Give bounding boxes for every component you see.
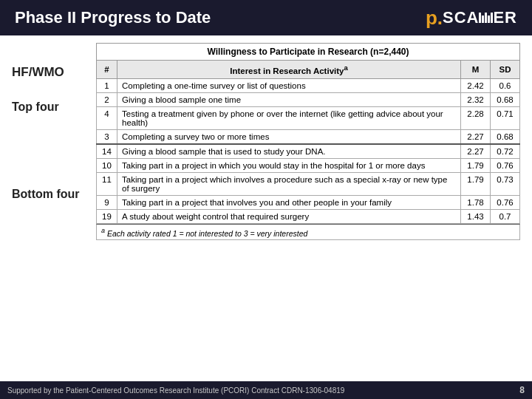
research-table: # Interest in Research Activitya M SD 1C… — [96, 60, 520, 224]
col-header-num: # — [97, 61, 117, 79]
cell-sd: 0.71 — [491, 106, 520, 129]
cell-activity: Taking part in a project that involves y… — [117, 195, 461, 209]
cell-num: 4 — [97, 106, 117, 129]
cell-sd: 0.68 — [491, 129, 520, 144]
cell-m: 2.28 — [461, 106, 491, 129]
cell-num: 3 — [97, 129, 117, 144]
cell-num: 14 — [97, 144, 117, 159]
table-row: 4Testing a treatment given by phone or o… — [97, 106, 520, 129]
left-labels: HF/WMO Top four Bottom four — [12, 43, 86, 378]
logo-p: p. — [426, 7, 443, 30]
table-row: 11Taking part in a project which involve… — [97, 172, 520, 195]
cell-sd: 0.68 — [491, 92, 520, 106]
main-content: HF/WMO Top four Bottom four Willingness … — [0, 35, 532, 381]
cell-activity: Giving a blood sample that is used to st… — [117, 144, 461, 159]
cell-num: 9 — [97, 195, 117, 209]
cell-m: 2.42 — [461, 78, 491, 92]
table-row: 1Completing a one-time survey or list of… — [97, 78, 520, 92]
cell-num: 1 — [97, 78, 117, 92]
cell-activity: A study about weight control that requir… — [117, 209, 461, 223]
cell-num: 11 — [97, 172, 117, 195]
table-row: 19A study about weight control that requ… — [97, 209, 520, 223]
col-header-sd: SD — [491, 61, 520, 79]
table-title: Willingness to Participate in Research (… — [96, 43, 520, 60]
cell-sd: 0.76 — [491, 195, 520, 209]
label-bottom-four: Bottom four — [12, 188, 86, 201]
table-row: 9Taking part in a project that involves … — [97, 195, 520, 209]
cell-num: 10 — [97, 158, 117, 172]
cell-sd: 0.6 — [491, 78, 520, 92]
table-wrapper: Willingness to Participate in Research (… — [96, 43, 520, 378]
header: Phase II Progress to Date p.SCA ER — [0, 0, 532, 35]
label-top-four: Top four — [12, 100, 86, 114]
table-row: 14Giving a blood sample that is used to … — [97, 144, 520, 159]
footer: Supported by the Patient-Centered Outcom… — [0, 381, 532, 399]
cell-m: 2.27 — [461, 144, 491, 159]
cell-sd: 0.72 — [491, 144, 520, 159]
slide: Phase II Progress to Date p.SCA ER HF/WM… — [0, 0, 532, 399]
table-row: 10Taking part in a project in which you … — [97, 158, 520, 172]
label-hfwmo: HF/WMO — [12, 65, 86, 80]
cell-activity: Completing a one-time survey or list of … — [117, 78, 461, 92]
cell-activity: Taking part in a project in which you wo… — [117, 158, 461, 172]
col-header-m: M — [461, 61, 491, 79]
col-header-activity: Interest in Research Activitya — [117, 61, 461, 79]
cell-activity: Completing a survey two or more times — [117, 129, 461, 144]
table-footnote: a Each activity rated 1 = not interested… — [96, 224, 520, 241]
cell-m: 1.78 — [461, 195, 491, 209]
footer-text: Supported by the Patient-Centered Outcom… — [7, 386, 344, 395]
cell-m: 1.79 — [461, 158, 491, 172]
cell-m: 1.43 — [461, 209, 491, 223]
table-row: 3Completing a survey two or more times2.… — [97, 129, 520, 144]
cell-num: 19 — [97, 209, 117, 223]
slide-title: Phase II Progress to Date — [15, 8, 211, 27]
cell-sd: 0.7 — [491, 209, 520, 223]
cell-m: 2.27 — [461, 129, 491, 144]
cell-sd: 0.73 — [491, 172, 520, 195]
table-row: 2Giving a blood sample one time2.320.68 — [97, 92, 520, 106]
logo-scanner: SCA ER — [443, 8, 517, 27]
footer-page: 8 — [519, 385, 525, 395]
cell-sd: 0.76 — [491, 158, 520, 172]
cell-activity: Testing a treatment given by phone or ov… — [117, 106, 461, 129]
cell-activity: Giving a blood sample one time — [117, 92, 461, 106]
logo: p.SCA ER — [426, 7, 517, 30]
cell-m: 2.32 — [461, 92, 491, 106]
cell-num: 2 — [97, 92, 117, 106]
cell-activity: Taking part in a project which involves … — [117, 172, 461, 195]
cell-m: 1.79 — [461, 172, 491, 195]
